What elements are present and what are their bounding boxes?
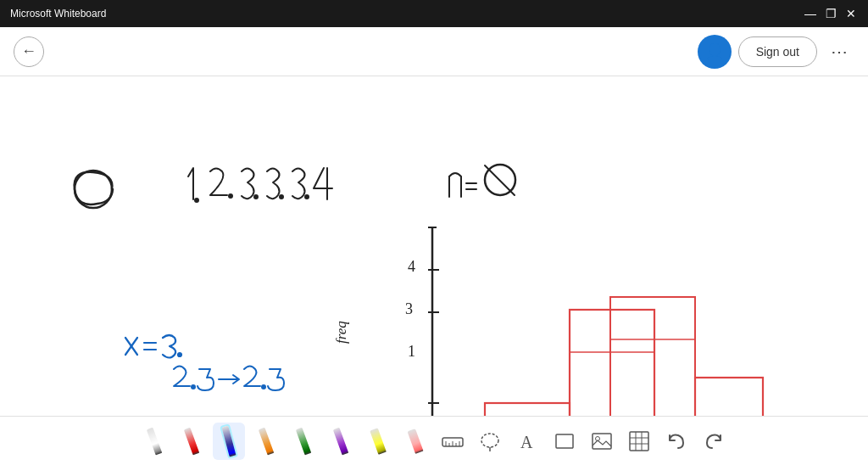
highlighter-yellow-button[interactable] (362, 423, 394, 460)
svg-point-39 (192, 385, 195, 389)
image-icon (590, 429, 614, 453)
header-right: 👤 Sign out ⋯ (698, 35, 854, 69)
app-header: ← 👤 Sign out ⋯ (0, 27, 868, 76)
ruler-button[interactable] (437, 423, 469, 460)
canvas-svg: 4 3 1 1 2 3 4 scores freq (0, 76, 868, 465)
svg-rect-32 (610, 297, 695, 429)
pen-orange-icon (259, 427, 274, 455)
text-icon: A (515, 429, 539, 453)
pen-white-button[interactable] (138, 423, 170, 460)
maximize-button[interactable]: ❐ (824, 7, 837, 20)
app-title: Microsoft Whiteboard (10, 8, 106, 20)
pen-green-icon (296, 427, 311, 455)
pen-orange-button[interactable] (250, 423, 282, 460)
sign-out-button[interactable]: Sign out (738, 36, 817, 67)
pen-red-icon (184, 427, 199, 455)
pen-white-icon (147, 427, 162, 455)
pen-blue-button[interactable] (213, 423, 245, 460)
redo-button[interactable] (698, 423, 730, 460)
back-button[interactable]: ← (14, 36, 44, 67)
svg-point-48 (481, 434, 498, 447)
svg-point-4 (280, 195, 283, 199)
svg-point-41 (262, 385, 265, 389)
redo-icon (702, 429, 726, 453)
pen-blue-icon (221, 425, 236, 457)
bottom-toolbar: A (0, 416, 868, 465)
image-button[interactable] (586, 423, 618, 460)
grid-icon (627, 429, 651, 453)
pen-purple-icon (333, 427, 348, 455)
lasso-button[interactable] (474, 423, 506, 460)
svg-point-3 (254, 195, 258, 199)
minimize-button[interactable]: — (804, 7, 817, 20)
svg-rect-29 (570, 310, 654, 429)
svg-point-1 (195, 199, 198, 202)
header-left: ← (14, 36, 44, 67)
svg-text:A: A (520, 433, 533, 451)
user-avatar-button[interactable]: 👤 (698, 35, 732, 69)
svg-text:4: 4 (408, 258, 415, 275)
window-controls: — ❐ ✕ (804, 7, 858, 20)
title-bar: Microsoft Whiteboard — ❐ ✕ (0, 0, 868, 27)
more-options-button[interactable]: ⋯ (824, 36, 854, 67)
svg-rect-52 (593, 434, 611, 449)
undo-button[interactable] (660, 423, 693, 460)
pen-red-button[interactable] (175, 423, 208, 460)
svg-point-38 (178, 353, 181, 356)
shape-icon (553, 429, 576, 453)
svg-rect-51 (556, 434, 573, 448)
highlighter-pink-button[interactable] (399, 423, 431, 460)
highlighter-yellow-icon (370, 428, 387, 455)
text-button[interactable]: A (511, 423, 543, 460)
shape-button[interactable] (548, 423, 581, 460)
svg-point-2 (229, 194, 232, 198)
svg-point-5 (305, 195, 309, 199)
svg-text:freq: freq (333, 321, 349, 344)
undo-icon (665, 429, 688, 453)
grid-button[interactable] (623, 423, 655, 460)
whiteboard-canvas[interactable]: 4 3 1 1 2 3 4 scores freq (0, 76, 868, 465)
svg-text:1: 1 (408, 343, 415, 360)
pen-purple-button[interactable] (325, 423, 357, 460)
ruler-icon (441, 433, 465, 450)
highlighter-pink-icon (408, 429, 424, 454)
pen-green-button[interactable] (287, 423, 320, 460)
close-button[interactable]: ✕ (844, 7, 858, 20)
svg-text:3: 3 (405, 300, 413, 317)
user-icon: 👤 (705, 42, 724, 61)
more-icon: ⋯ (831, 42, 848, 62)
lasso-icon (478, 429, 502, 453)
svg-rect-54 (630, 432, 648, 451)
